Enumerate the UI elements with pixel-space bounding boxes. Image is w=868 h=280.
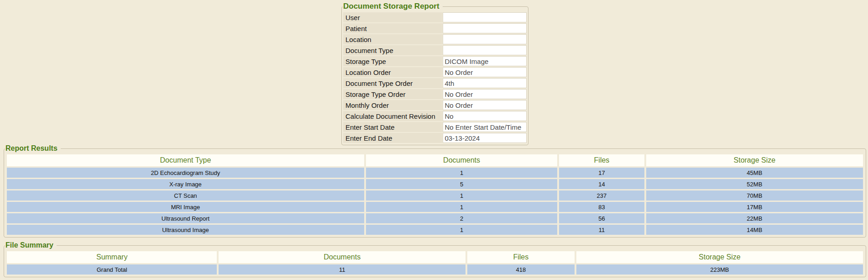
form-field-row-document-type: Document Type (343, 45, 527, 55)
cell-document-type: MRI Image (7, 202, 364, 212)
cell-storage-size: 52MB (646, 179, 863, 189)
file-summary-title: File Summary (5, 241, 57, 249)
cell-files: 83 (559, 202, 644, 212)
field-value-enter-start-date: No Enter Start Date/Time (443, 122, 527, 132)
form-field-row-monthly-order: Monthly Order No Order (343, 100, 527, 110)
cell-files: 11 (559, 225, 644, 235)
grand-total-row: Grand Total 11 418 223MB (7, 264, 863, 275)
cell-storage-size: 22MB (646, 213, 863, 223)
file-summary-fieldset: File Summary Summary Documents Files Sto… (4, 241, 866, 277)
form-field-row-storage-type-order: Storage Type Order No Order (343, 89, 527, 99)
report-results-fieldset: Report Results Document Type Documents F… (4, 144, 866, 238)
report-title: Document Storage Report (343, 2, 443, 11)
cell-storage-size: 45MB (646, 168, 863, 178)
field-label-storage-type-order: Storage Type Order (343, 89, 442, 99)
field-label-location-order: Location Order (343, 67, 442, 77)
cell-document-type: CT Scan (7, 190, 364, 201)
column-header-files: Files (559, 154, 644, 166)
field-label-document-type-order: Document Type Order (343, 78, 442, 88)
column-header-summary: Summary (7, 251, 217, 263)
column-header-storage-size: Storage Size (646, 154, 863, 166)
cell-documents: 1 (366, 225, 557, 235)
cell-files: 237 (559, 190, 644, 201)
form-field-row-storage-type: Storage Type DICOM Image (343, 56, 527, 66)
cell-files: 17 (559, 168, 644, 178)
column-header-document-type: Document Type (7, 154, 364, 166)
field-label-enter-end-date: Enter End Date (343, 133, 442, 143)
cell-documents: 5 (366, 179, 557, 189)
cell-storage-size: 17MB (646, 202, 863, 212)
cell-documents: 1 (366, 168, 557, 178)
form-field-row-patient: Patient (343, 23, 527, 33)
cell-storage-size: 223MB (576, 264, 863, 275)
field-label-enter-start-date: Enter Start Date (343, 122, 442, 132)
field-label-calculate-document-revision: Calculate Document Revision (343, 111, 442, 121)
field-value-document-type (443, 45, 527, 55)
cell-document-type: 2D Echocardiogram Study (7, 168, 364, 178)
column-header-storage-size: Storage Size (576, 251, 863, 263)
report-parameters-table: User Patient Location Document Type Stor… (343, 11, 527, 144)
table-row: MRI Image 1 83 17MB (7, 202, 863, 212)
cell-document-type: Ultrasound Report (7, 213, 364, 223)
table-row: Ultrasound Image 1 11 14MB (7, 225, 863, 235)
form-field-row-enter-end-date: Enter End Date 03-13-2024 (343, 133, 527, 143)
cell-documents: 2 (366, 213, 557, 223)
table-row: X-ray Image 5 14 52MB (7, 179, 863, 189)
cell-document-type: Ultrasound Image (7, 225, 364, 235)
cell-storage-size: 14MB (646, 225, 863, 235)
form-field-row-calculate-document-revision: Calculate Document Revision No (343, 111, 527, 121)
document-storage-report-page: { "page": { "background_color": "#f1ebd9… (0, 0, 868, 280)
field-label-storage-type: Storage Type (343, 56, 442, 66)
cell-summary: Grand Total (7, 264, 217, 275)
field-value-location (443, 34, 527, 44)
form-field-row-document-type-order: Document Type Order 4th (343, 78, 527, 88)
report-results-title: Report Results (5, 144, 61, 153)
cell-documents: 11 (219, 264, 465, 275)
file-summary-table: Summary Documents Files Storage Size Gra… (5, 250, 865, 276)
field-label-document-type: Document Type (343, 45, 442, 55)
field-value-user (443, 12, 527, 22)
field-value-enter-end-date: 03-13-2024 (443, 133, 527, 143)
report-parameters-fieldset: Document Storage Report User Patient Loc… (341, 2, 528, 145)
column-header-files: Files (467, 251, 575, 263)
cell-documents: 1 (366, 190, 557, 201)
cell-files: 418 (467, 264, 575, 275)
field-label-location: Location (343, 34, 442, 44)
table-row: 2D Echocardiogram Study 1 17 45MB (7, 168, 863, 178)
cell-files: 56 (559, 213, 644, 223)
form-field-row-location: Location (343, 34, 527, 44)
form-field-row-location-order: Location Order No Order (343, 67, 527, 77)
results-header-row: Document Type Documents Files Storage Si… (7, 154, 863, 166)
field-value-storage-type-order: No Order (443, 89, 527, 99)
field-value-storage-type: DICOM Image (443, 56, 527, 66)
field-value-location-order: No Order (443, 67, 527, 77)
field-value-document-type-order: 4th (443, 78, 527, 88)
table-row: CT Scan 1 237 70MB (7, 190, 863, 201)
field-value-patient (443, 23, 527, 33)
column-header-documents: Documents (366, 154, 557, 166)
report-results-table: Document Type Documents Files Storage Si… (5, 153, 865, 236)
summary-header-row: Summary Documents Files Storage Size (7, 251, 863, 263)
cell-documents: 1 (366, 202, 557, 212)
cell-files: 14 (559, 179, 644, 189)
table-row: Ultrasound Report 2 56 22MB (7, 213, 863, 223)
field-label-user: User (343, 12, 442, 22)
cell-document-type: X-ray Image (7, 179, 364, 189)
field-label-patient: Patient (343, 23, 442, 33)
field-value-monthly-order: No Order (443, 100, 527, 110)
form-field-row-user: User (343, 12, 527, 22)
column-header-documents: Documents (219, 251, 465, 263)
field-label-monthly-order: Monthly Order (343, 100, 442, 110)
field-value-calculate-document-revision: No (443, 111, 527, 121)
form-field-row-enter-start-date: Enter Start Date No Enter Start Date/Tim… (343, 122, 527, 132)
cell-storage-size: 70MB (646, 190, 863, 201)
